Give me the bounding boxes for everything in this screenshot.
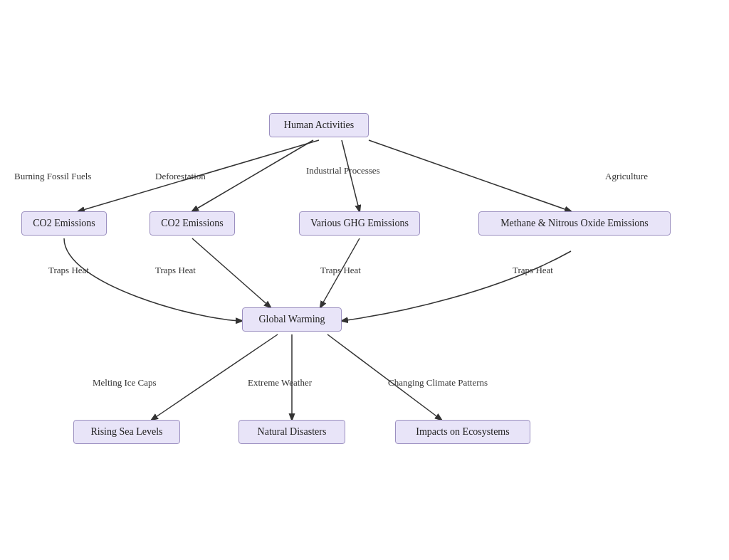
arrows-svg — [0, 0, 729, 560]
node-co2-deforest: CO2 Emissions — [150, 211, 235, 236]
node-natural-disasters: Natural Disasters — [238, 420, 345, 444]
svg-line-3 — [369, 140, 571, 211]
label-industrial: Industrial Processes — [306, 165, 380, 176]
label-traps-heat-3: Traps Heat — [320, 265, 361, 276]
node-global-warming: Global Warming — [242, 307, 342, 332]
svg-line-1 — [192, 140, 313, 211]
node-rising-sea: Rising Sea Levels — [73, 420, 180, 444]
label-melting-ice: Melting Ice Caps — [93, 377, 157, 389]
node-co2-fossil: CO2 Emissions — [21, 211, 107, 236]
label-burning-fossil: Burning Fossil Fuels — [14, 171, 91, 182]
label-extreme-weather: Extreme Weather — [248, 377, 312, 389]
svg-line-4 — [192, 238, 271, 307]
label-traps-heat-1: Traps Heat — [48, 265, 89, 276]
node-human-activities: Human Activities — [269, 113, 369, 137]
diagram: Human Activities CO2 Emissions CO2 Emiss… — [0, 0, 729, 560]
label-deforestation: Deforestation — [155, 171, 206, 182]
label-agriculture: Agriculture — [605, 171, 648, 182]
label-traps-heat-2: Traps Heat — [155, 265, 196, 276]
label-changing-climate: Changing Climate Patterns — [388, 377, 488, 389]
node-impacts-ecosystems: Impacts on Ecosystems — [395, 420, 530, 444]
node-various-ghg: Various GHG Emissions — [299, 211, 420, 236]
node-methane: Methane & Nitrous Oxide Emissions — [478, 211, 671, 236]
label-traps-heat-4: Traps Heat — [513, 265, 553, 276]
